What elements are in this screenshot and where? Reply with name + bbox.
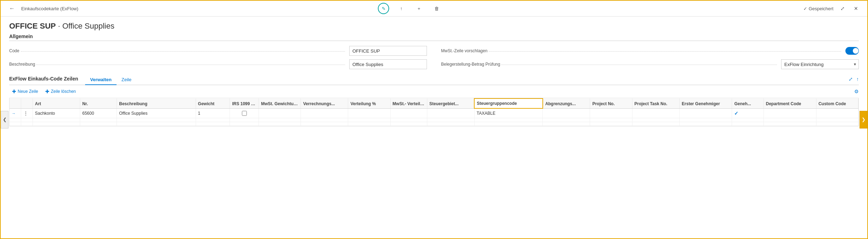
mwst-toggle[interactable] [845, 47, 859, 55]
beleg-label: Belegerstellung-Betrag Prüfung [441, 62, 500, 67]
delete-row-label: Zeile löschen [51, 89, 76, 94]
irs-checkbox-container [232, 111, 256, 116]
saved-status: ✓ Gespeichert [803, 6, 833, 11]
edit-icon: ✎ [382, 6, 386, 11]
left-nav-icon: ❮ [3, 117, 7, 122]
delete-row-button[interactable]: ✚ Zeile löschen [42, 87, 79, 96]
row-steuergebiet-cell [427, 108, 474, 118]
row-abgrenzung-cell [543, 108, 590, 118]
right-nav-icon: ❯ [862, 117, 866, 122]
page-title-area: OFFICE SUP · Office Supplies [1, 17, 867, 34]
page-title-code: OFFICE SUP [9, 22, 56, 30]
delete-row-icon: ✚ [45, 89, 49, 94]
new-row-icon: ✚ [12, 89, 16, 94]
pin-icon: ✕ [854, 6, 858, 11]
mwst-label: MwSt.-Zeile vorschlagen [441, 48, 487, 53]
form-grid: Code MwSt.-Zeile vorschlagen Be [9, 46, 859, 69]
beleg-select[interactable]: ExFlow Einrichtung [781, 59, 859, 69]
tabs-share-icon: ↑ [856, 76, 859, 82]
nav-icons: ✎ ↑ + 🗑 [378, 3, 442, 14]
row-project-task-cell [632, 108, 679, 118]
col-header-custom: Custom Code [816, 98, 858, 108]
page-title-name: Office Supplies [62, 22, 114, 30]
toolbar-settings-button[interactable]: ⚙ [854, 89, 859, 94]
row-mwst-vert-cell [390, 108, 427, 118]
beleg-field-row: Belegerstellung-Betrag Prüfung ExFlow Ei… [441, 59, 859, 69]
expand-button[interactable]: ⤢ [838, 4, 848, 13]
row-menu-icon[interactable]: ⋮ [23, 110, 28, 116]
nav-title: Einkaufscodekarte (ExFlow) [21, 6, 374, 11]
tabs-expand-button[interactable]: ⤢ [849, 76, 853, 82]
irs-checkbox[interactable] [242, 111, 247, 116]
tabs-share-button[interactable]: ↑ [856, 76, 859, 82]
back-button[interactable]: ← [7, 4, 17, 13]
col-header-steuergebiet: Steuergebiet... [427, 98, 474, 108]
general-section: Allgemein Code MwSt.-Zeile vorschlagen [1, 34, 867, 75]
code-field-row: Code [9, 46, 427, 56]
tab-zeile[interactable]: Zeile [117, 75, 136, 85]
code-input[interactable] [349, 46, 427, 56]
col-header-mwst-gew: MwSt. Gewichtung [259, 98, 301, 108]
new-row-button[interactable]: ✚ Neue Zeile [9, 87, 41, 96]
tabs-right-icons: ⤢ ↑ [849, 76, 859, 83]
saved-label-text: Gespeichert [809, 6, 833, 11]
description-field-row: Beschreibung [9, 59, 427, 69]
pin-button[interactable]: ✕ [851, 4, 861, 13]
checkmark-icon: ✓ [803, 6, 807, 11]
row-dept-cell [763, 108, 816, 118]
col-header-geneh: Geneh... [732, 98, 763, 108]
col-header-steuergruppencode[interactable]: Steuergruppencode [474, 98, 543, 108]
geneh-checkmark-icon: ✓ [734, 110, 738, 116]
row-menu-cell[interactable]: ⋮ [21, 108, 33, 118]
row-irs-cell [230, 108, 259, 118]
col-header-beschreibung: Beschreibung [117, 98, 196, 108]
col-header-project-task: Project Task No. [632, 98, 679, 108]
row-art-cell: Sachkonto [33, 108, 80, 118]
expand-icon: ⤢ [840, 6, 845, 11]
nav-right-icons: ⤢ ✕ [838, 4, 861, 13]
delete-button[interactable]: 🗑 [431, 3, 442, 14]
tab-verwalten[interactable]: Verwalten [85, 75, 117, 85]
top-nav: ← Einkaufscodekarte (ExFlow) ✎ ↑ + 🗑 ✓ G… [1, 1, 867, 17]
share-button[interactable]: ↑ [396, 3, 407, 14]
row-arrow-cell: → [10, 108, 21, 118]
col-header-arrow [10, 98, 21, 108]
toggle-thumb [853, 48, 858, 54]
beleg-select-wrapper: ExFlow Einrichtung ▾ [781, 59, 859, 69]
page-title: OFFICE SUP · Office Supplies [9, 22, 859, 31]
description-label-sep [36, 65, 345, 65]
tabs-header: ExFlow Einkaufs-Code Zeilen Verwalten Ze… [9, 75, 859, 85]
table-container: Art Nr. Beschreibung Gewicht IRS 1099 Li [1, 98, 867, 238]
col-header-menu [21, 98, 33, 108]
col-header-irs: IRS 1099 Liable [230, 98, 259, 108]
description-label: Beschreibung [9, 62, 35, 67]
col-header-mwst-vert: MwSt.- Verteilung % [390, 98, 427, 108]
toolbar: ✚ Neue Zeile ✚ Zeile löschen ⚙ [9, 85, 859, 98]
table-row-empty-1 [10, 118, 858, 122]
row-mwst-gew-cell [259, 108, 301, 118]
col-header-erster: Erster Genehmiger [679, 98, 732, 108]
tabs-section: ExFlow Einkaufs-Code Zeilen Verwalten Ze… [1, 75, 867, 98]
col-header-abgrenzung: Abgrenzungs... [543, 98, 590, 108]
row-nr-cell: 65600 [80, 108, 117, 118]
share-icon: ↑ [400, 6, 403, 11]
col-header-verrechnungs: Verrechnungs... [301, 98, 348, 108]
back-icon: ← [9, 5, 15, 12]
side-nav-left[interactable]: ❮ [1, 111, 8, 129]
new-row-label: Neue Zeile [18, 89, 38, 94]
mwst-toggle-row: MwSt.-Zeile vorschlagen [441, 46, 859, 56]
side-nav-right[interactable]: ❯ [860, 111, 867, 129]
edit-button[interactable]: ✎ [378, 3, 389, 14]
delete-icon: 🗑 [434, 6, 439, 11]
col-header-dept: Department Code [763, 98, 816, 108]
general-section-title: Allgemein [9, 34, 859, 41]
col-header-art: Art [33, 98, 80, 108]
description-input[interactable] [349, 59, 427, 69]
row-gewicht-cell: 1 [196, 108, 230, 118]
add-button[interactable]: + [413, 3, 424, 14]
add-icon: + [418, 6, 421, 11]
data-table: Art Nr. Beschreibung Gewicht IRS 1099 Li [10, 98, 858, 126]
toolbar-settings-icon: ⚙ [854, 89, 859, 94]
col-header-gewicht: Gewicht [196, 98, 230, 108]
tabs-section-title: ExFlow Einkaufs-Code Zeilen [9, 76, 78, 84]
